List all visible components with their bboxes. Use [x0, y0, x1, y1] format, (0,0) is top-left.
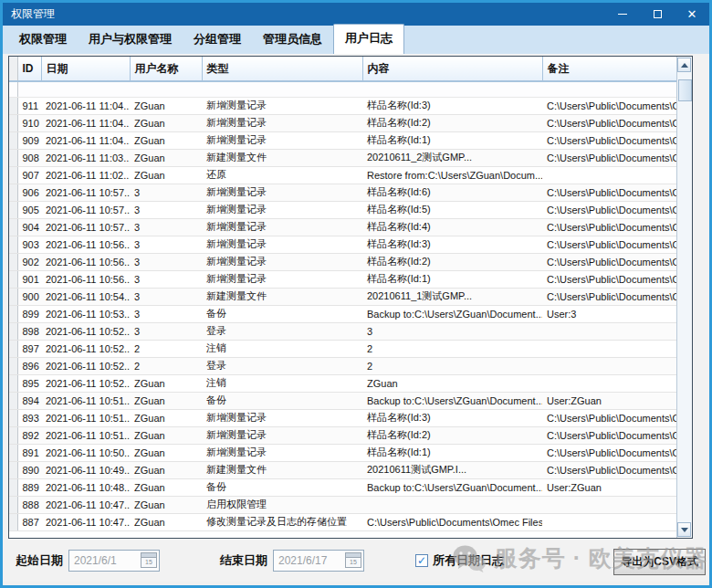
table-cell: 891 — [17, 444, 41, 461]
table-cell: C:\Users\Public\Documents\O... — [542, 426, 676, 444]
table-cell: 898 — [17, 322, 41, 340]
table-cell: 备份 — [202, 305, 362, 322]
table-cell: 20210611_2测试GMP... — [362, 149, 542, 166]
table-cell: Backup to:C:\Users\ZGuan\Document... — [362, 392, 542, 409]
table-cell: C:\Users\Public\Documents\O... — [542, 236, 676, 253]
table-row[interactable]: 9032021-06-11 10:56...3新增测量记录样品名称(Id:3)C… — [9, 236, 676, 253]
table-row[interactable]: 9062021-06-11 10:57...3新增测量记录样品名称(Id:6)C… — [9, 184, 676, 201]
column-header[interactable]: 日期 — [41, 57, 130, 81]
table-cell: 新增测量记录 — [202, 409, 362, 426]
table-cell: 2021-06-11 10:56... — [41, 253, 130, 270]
table-row[interactable]: 8882021-06-11 10:47...ZGuan启用权限管理 — [9, 496, 676, 513]
row-header-cell — [9, 374, 17, 392]
table-row[interactable]: 8932021-06-11 10:51...ZGuan新增测量记录样品名称(Id… — [9, 409, 676, 426]
row-header-cell — [9, 340, 17, 357]
table-cell: 样品名称(Id:2) — [362, 114, 542, 131]
table-row[interactable]: 9012021-06-11 10:56...3新增测量记录样品名称(Id:1)C… — [9, 270, 676, 288]
table-cell: 893 — [17, 409, 41, 426]
table-cell: 908 — [17, 149, 41, 166]
table-cell: 2021-06-11 10:56... — [41, 270, 130, 288]
table-row[interactable]: 8912021-06-11 10:50...ZGuan新增测量记录样品名称(Id… — [9, 444, 676, 461]
table-row[interactable]: 9042021-06-11 10:57...3新增测量记录样品名称(Id:4)C… — [9, 218, 676, 236]
table-cell: 2 — [130, 357, 202, 374]
table-cell: 20210611_1测试GMP... — [362, 288, 542, 305]
column-header[interactable]: 备注 — [542, 57, 676, 81]
table-cell — [542, 166, 676, 184]
table-row[interactable]: 8992021-06-11 10:53...3备份Backup to:C:\Us… — [9, 305, 676, 322]
table-row[interactable]: 9072021-06-11 11:02...ZGuan还原Restore fro… — [9, 166, 676, 184]
arrow-down-icon — [681, 528, 688, 532]
tab-0[interactable]: 权限管理 — [8, 26, 78, 54]
empty-cell — [17, 81, 676, 97]
table-cell: ZGuan — [130, 409, 202, 426]
table-cell: 900 — [17, 288, 41, 305]
table-row[interactable]: 8892021-06-11 10:48...ZGuan备份Backup to:C… — [9, 478, 676, 496]
calendar-icon[interactable]: 15 — [141, 552, 157, 568]
start-date-picker[interactable]: 2021/6/1 15 — [68, 550, 160, 572]
table-cell: User:ZGuan — [542, 392, 676, 409]
table-row[interactable]: 8982021-06-11 10:52...3登录3 — [9, 322, 676, 340]
table-cell: ZGuan — [130, 426, 202, 444]
table-cell: ZGuan — [130, 166, 202, 184]
titlebar: 权限管理 ✕ — [3, 3, 709, 26]
column-header[interactable]: 内容 — [362, 57, 542, 81]
table-row[interactable]: 9112021-06-11 11:04...ZGuan新增测量记录样品名称(Id… — [9, 97, 676, 114]
tab-1[interactable]: 用户与权限管理 — [78, 26, 183, 54]
all-dates-checkbox[interactable]: ✓ — [415, 554, 428, 567]
table-cell: 2021-06-11 11:04... — [41, 114, 130, 131]
scrollbar-thumb[interactable] — [678, 79, 692, 101]
table-cell: 样品名称(Id:3) — [362, 236, 542, 253]
row-header-cell — [9, 288, 17, 305]
close-button[interactable]: ✕ — [675, 3, 709, 26]
table-cell: 3 — [130, 270, 202, 288]
scroll-up-button[interactable] — [677, 58, 691, 72]
table-cell: Backup to:C:\Users\ZGuan\Document... — [362, 305, 542, 322]
table-row[interactable]: 8872021-06-11 10:47...ZGuan修改测量记录及日志的存储位… — [9, 513, 676, 530]
column-header[interactable]: 用户名称 — [130, 57, 202, 81]
empty-row — [9, 81, 676, 97]
table-cell: 2021-06-11 10:53... — [41, 305, 130, 322]
table-cell: 3 — [362, 322, 542, 340]
scroll-down-button[interactable] — [677, 522, 691, 537]
table-row[interactable]: 9082021-06-11 11:03...ZGuan新建测量文件2021061… — [9, 149, 676, 166]
table-row[interactable]: 8962021-06-11 10:52...2登录2 — [9, 357, 676, 374]
row-header-cell — [9, 166, 17, 184]
end-date-picker[interactable]: 2021/6/17 15 — [273, 550, 364, 572]
export-csv-button[interactable]: 导出为CSV格式 — [613, 549, 706, 575]
calendar-icon[interactable]: 15 — [345, 552, 361, 568]
table-row[interactable]: 9092021-06-11 11:04...ZGuan新增测量记录样品名称(Id… — [9, 131, 676, 149]
table-row[interactable]: 9052021-06-11 10:57...3新增测量记录样品名称(Id:5)C… — [9, 201, 676, 218]
row-header-cell — [9, 426, 17, 444]
table-cell: 样品名称(Id:2) — [362, 426, 542, 444]
table-cell: C:\Users\Public\Documents\O... — [542, 444, 676, 461]
tab-4[interactable]: 用户日志 — [333, 24, 404, 54]
table-row[interactable]: 9022021-06-11 10:56...3新增测量记录样品名称(Id:2)C… — [9, 253, 676, 270]
vertical-scrollbar[interactable] — [676, 57, 692, 538]
table-row[interactable]: 8922021-06-11 10:51...ZGuan新增测量记录样品名称(Id… — [9, 426, 676, 444]
table-cell: ZGuan — [362, 374, 542, 392]
table-cell: ZGuan — [130, 461, 202, 478]
table-row[interactable]: 8942021-06-11 10:51...ZGuan备份Backup to:C… — [9, 392, 676, 409]
table-row[interactable]: 8972021-06-11 10:52...2注销2 — [9, 340, 676, 357]
all-dates-label: 所有日期日志 — [433, 552, 504, 569]
start-date-label: 起始日期 — [16, 552, 63, 569]
table-cell: 样品名称(Id:1) — [362, 444, 542, 461]
table-cell: Restore from:C:\Users\ZGuan\Docum... — [362, 166, 542, 184]
table-cell: 新增测量记录 — [202, 97, 362, 114]
table-row[interactable]: 9002021-06-11 10:54...3新建测量文件20210611_1测… — [9, 288, 676, 305]
column-header[interactable]: ID — [17, 57, 41, 81]
column-header[interactable]: 类型 — [202, 57, 362, 81]
minimize-button[interactable] — [605, 3, 640, 26]
table-cell: ZGuan — [130, 478, 202, 496]
row-header-cell — [9, 357, 17, 374]
table-cell: 904 — [17, 218, 41, 236]
tab-2[interactable]: 分组管理 — [183, 26, 252, 54]
tab-3[interactable]: 管理员信息 — [252, 26, 333, 54]
table-row[interactable]: 9102021-06-11 11:04...ZGuan新增测量记录样品名称(Id… — [9, 114, 676, 131]
maximize-button[interactable] — [640, 3, 675, 26]
table-row[interactable]: 8902021-06-11 10:49...ZGuan新建测量文件2021061… — [9, 461, 676, 478]
table-cell: ZGuan — [130, 97, 202, 114]
table-cell: C:\Users\Public\Documents\O... — [542, 114, 676, 131]
table-cell: C:\Users\Public\Documents\O... — [542, 253, 676, 270]
table-row[interactable]: 8952021-06-11 10:52...ZGuan注销ZGuan — [9, 374, 676, 392]
